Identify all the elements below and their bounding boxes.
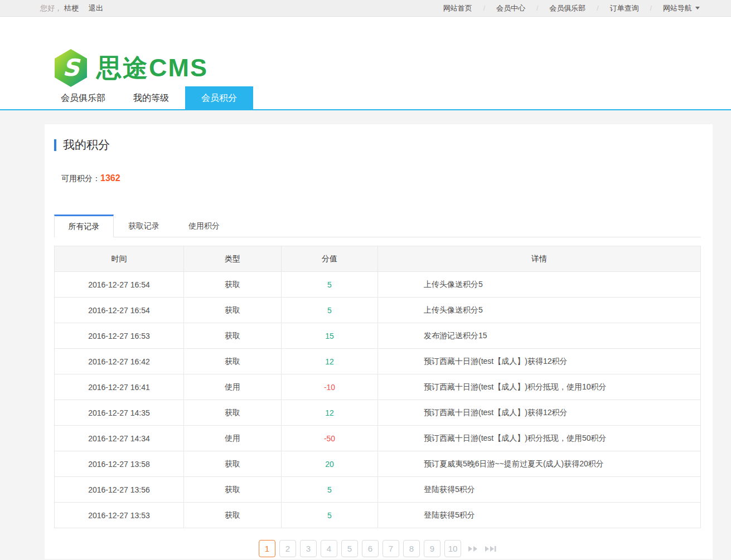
- cell-time: 2016-12-27 16:42: [55, 349, 184, 374]
- cell-detail: 上传头像送积分5: [378, 298, 701, 323]
- page-title: 我的积分: [54, 139, 701, 151]
- last-page-button[interactable]: [485, 546, 496, 552]
- page-button-4[interactable]: 4: [321, 540, 337, 557]
- cell-value: 5: [282, 503, 378, 528]
- cell-type: 获取: [184, 298, 282, 323]
- subtab-all-records[interactable]: 所有记录: [54, 215, 114, 237]
- cell-detail: 登陆获得5积分: [378, 503, 701, 528]
- pagination: 1 2 3 4 5 6 7 8 9 10: [54, 540, 701, 557]
- cell-type: 获取: [184, 477, 282, 503]
- nav-item-member-club[interactable]: 会员俱乐部: [538, 3, 597, 13]
- points-delta: 15: [325, 332, 334, 340]
- cell-time: 2016-12-27 16:41: [55, 374, 184, 400]
- cell-time: 2016-12-27 13:58: [55, 451, 184, 477]
- record-subtabs: 所有记录 获取记录 使用积分: [54, 215, 701, 237]
- cell-time: 2016-12-27 14:35: [55, 400, 184, 426]
- cell-detail: 发布游记送积分15: [378, 323, 701, 349]
- chevron-down-icon: [695, 7, 700, 9]
- column-header-detail: 详情: [378, 246, 701, 272]
- page-button-10[interactable]: 10: [444, 540, 461, 557]
- top-utility-bar: 您好， 桔梗 退出 网站首页 / 会员中心 / 会员俱乐部 / 订单查询 / 网…: [0, 0, 731, 17]
- points-delta: 12: [325, 408, 334, 417]
- cell-type: 使用: [184, 374, 282, 400]
- points-value: 1362: [100, 173, 120, 183]
- cell-detail: 上传头像送积分5: [378, 272, 701, 298]
- page-title-text: 我的积分: [63, 137, 110, 153]
- cell-type: 使用: [184, 426, 282, 451]
- table-row: 2016-12-27 14:34 使用 -50 预订西藏十日游(test【成人】…: [55, 426, 701, 451]
- cell-detail: 登陆获得5积分: [378, 477, 701, 503]
- page-button-7[interactable]: 7: [383, 540, 399, 557]
- cell-value: -50: [282, 426, 378, 451]
- logout-link[interactable]: 退出: [89, 3, 103, 13]
- table-row: 2016-12-27 16:54 获取 5 上传头像送积分5: [55, 298, 701, 323]
- cell-time: 2016-12-27 13:56: [55, 477, 184, 503]
- points-delta: -50: [324, 434, 335, 443]
- nav-item-home[interactable]: 网站首页: [432, 3, 483, 13]
- column-header-time: 时间: [55, 246, 184, 272]
- points-label: 可用积分：: [61, 174, 100, 183]
- nav-item-site-nav-label: 网站导航: [663, 4, 692, 12]
- main-area: 我的积分 可用积分：1362 所有记录 获取记录 使用积分 时间 类型 分值 详…: [0, 110, 731, 559]
- table-row: 2016-12-27 16:42 获取 12 预订西藏十日游(test【成人】)…: [55, 349, 701, 374]
- subtab-used-points[interactable]: 使用积分: [174, 215, 234, 237]
- points-delta: 5: [327, 306, 332, 315]
- content-card: 我的积分 可用积分：1362 所有记录 获取记录 使用积分 时间 类型 分值 详…: [45, 124, 713, 559]
- nav-item-order-query[interactable]: 订单查询: [599, 3, 650, 13]
- table-row: 2016-12-27 13:56 获取 5 登陆获得5积分: [55, 477, 701, 503]
- tab-my-level[interactable]: 我的等级: [117, 86, 185, 109]
- table-row: 2016-12-27 13:58 获取 20 预订夏威夷5晚6日游~~提前过夏天…: [55, 451, 701, 477]
- column-header-type: 类型: [184, 246, 282, 272]
- table-row: 2016-12-27 14:35 获取 12 预订西藏十日游(test【成人】)…: [55, 400, 701, 426]
- cell-value: 5: [282, 272, 378, 298]
- cell-value: 12: [282, 349, 378, 374]
- greeting-text: 您好，: [40, 3, 62, 13]
- top-nav: 网站首页 / 会员中心 / 会员俱乐部 / 订单查询 / 网站导航: [432, 3, 711, 13]
- page-button-9[interactable]: 9: [424, 540, 440, 557]
- page-button-3[interactable]: 3: [300, 540, 317, 557]
- page-button-2[interactable]: 2: [279, 540, 296, 557]
- cell-detail: 预订西藏十日游(test【成人】)获得12积分: [378, 400, 701, 426]
- page-button-5[interactable]: 5: [341, 540, 358, 557]
- logo-text: 思途CMS: [96, 51, 208, 85]
- cell-detail: 预订西藏十日游(test【成人】)积分抵现，使用50积分: [378, 426, 701, 451]
- cell-type: 获取: [184, 451, 282, 477]
- column-header-value: 分值: [282, 246, 378, 272]
- next-pages-button[interactable]: [468, 546, 478, 552]
- page-button-6[interactable]: 6: [362, 540, 379, 557]
- tab-member-points[interactable]: 会员积分: [185, 86, 253, 109]
- cell-type: 获取: [184, 400, 282, 426]
- cell-detail: 预订西藏十日游(test【成人】)积分抵现，使用10积分: [378, 374, 701, 400]
- tab-member-club[interactable]: 会员俱乐部: [49, 86, 117, 109]
- points-delta: 5: [327, 280, 332, 289]
- table-header-row: 时间 类型 分值 详情: [55, 246, 701, 272]
- nav-item-site-nav[interactable]: 网站导航: [652, 3, 711, 13]
- site-logo[interactable]: S 思途CMS: [53, 48, 208, 87]
- table-row: 2016-12-27 16:41 使用 -10 预订西藏十日游(test【成人】…: [55, 374, 701, 400]
- cell-value: 5: [282, 477, 378, 503]
- nav-item-member-center[interactable]: 会员中心: [485, 3, 536, 13]
- page-button-1[interactable]: 1: [259, 540, 275, 557]
- cell-value: 20: [282, 451, 378, 477]
- site-header: S 思途CMS 会员俱乐部 我的等级 会员积分: [0, 17, 731, 110]
- cell-time: 2016-12-27 13:53: [55, 503, 184, 528]
- cell-detail: 预订西藏十日游(test【成人】)获得12积分: [378, 349, 701, 374]
- points-delta: 5: [327, 511, 332, 520]
- cell-time: 2016-12-27 16:54: [55, 272, 184, 298]
- logo-hexagon-icon: S: [53, 48, 89, 87]
- cell-type: 获取: [184, 503, 282, 528]
- subtab-earned-records[interactable]: 获取记录: [114, 215, 174, 237]
- page-button-8[interactable]: 8: [403, 540, 420, 557]
- table-row: 2016-12-27 13:53 获取 5 登陆获得5积分: [55, 503, 701, 528]
- points-delta: 20: [325, 460, 334, 469]
- main-tabs: 会员俱乐部 我的等级 会员积分: [49, 86, 253, 109]
- available-points: 可用积分：1362: [61, 173, 701, 183]
- cell-value: 15: [282, 323, 378, 349]
- username-link[interactable]: 桔梗: [64, 3, 79, 13]
- cell-value: -10: [282, 374, 378, 400]
- points-delta: 12: [325, 357, 334, 366]
- points-delta: 5: [327, 485, 332, 494]
- cell-type: 获取: [184, 272, 282, 298]
- cell-value: 5: [282, 298, 378, 323]
- cell-type: 获取: [184, 349, 282, 374]
